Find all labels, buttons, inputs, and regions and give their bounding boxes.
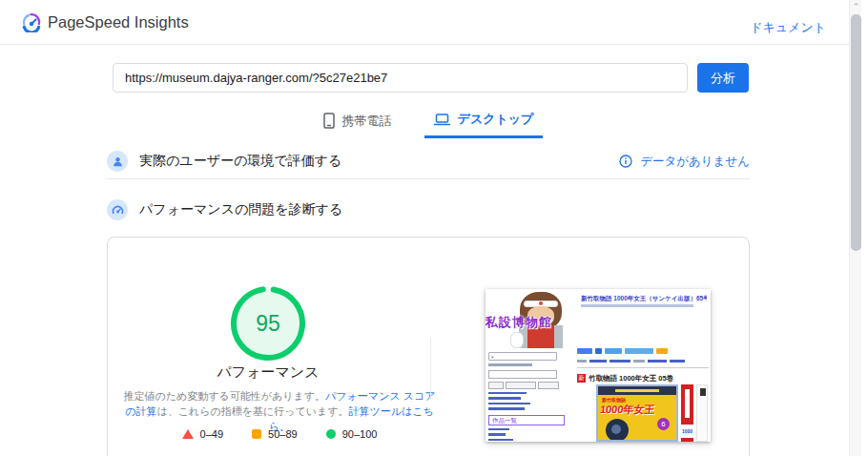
page-title: PageSpeed Insights xyxy=(48,13,189,31)
diagnose-section-header[interactable]: パフォーマンスの問題を診断する xyxy=(107,194,750,226)
note-text-1: 推定値のため変動する可能性があります。 xyxy=(124,390,326,402)
tag-links-mock xyxy=(577,360,709,363)
cover-main-title: 1000年女王 xyxy=(599,403,655,417)
link-placeholder-bar xyxy=(488,439,513,442)
users-icon xyxy=(107,151,128,172)
page-screenshot-thumbnail: 私設博物館 新竹取物語 1000年女王（サンケイ出版）65号 ▾ 作品一覧 xyxy=(486,289,711,442)
cover-edge xyxy=(696,384,708,442)
legend-fail-range: 0–49 xyxy=(200,428,223,440)
spine-number: 1000 xyxy=(681,425,693,438)
scrollbar-up-arrow[interactable]: ⌃ xyxy=(852,3,860,11)
legend-average-range: 50–89 xyxy=(268,428,298,440)
thumb-sidebar: ▾ 作品一覧 xyxy=(488,352,572,442)
manga-cover-image: 新竹取物語 1000年女王 6 1000 xyxy=(596,384,709,442)
tab-desktop[interactable]: デスクトップ xyxy=(424,107,544,138)
score-legend: 0–49 50–89 90–100 xyxy=(122,428,437,440)
cover-spine: 1000 xyxy=(681,384,693,442)
url-input[interactable] xyxy=(113,63,688,93)
no-data-label: データがありません xyxy=(640,154,750,170)
works-list-box: 作品一覧 xyxy=(488,415,565,425)
scrollbar-track[interactable]: ⌃ xyxy=(849,0,861,456)
legend-pass-range: 90–100 xyxy=(342,428,378,440)
cover-volume-number: 6 xyxy=(657,418,670,430)
link-placeholder-bar xyxy=(488,403,530,405)
note-text-2: は、これらの指標を基に行っています。 xyxy=(156,405,348,417)
vertical-divider xyxy=(430,337,431,400)
no-data-status[interactable]: データがありません xyxy=(619,154,750,170)
documentation-link[interactable]: ドキュメント xyxy=(750,19,826,36)
section-divider xyxy=(107,178,750,179)
field-data-section-header[interactable]: 実際のユーザーの環境で評価する データがありません xyxy=(107,145,750,177)
search-box-mock xyxy=(488,370,557,379)
orange-square-icon xyxy=(252,429,261,439)
legend-pass: 90–100 xyxy=(326,428,378,440)
report-card: 95 パフォーマンス 推定値のため変動する可能性があります。パフォーマンス スコ… xyxy=(107,237,750,456)
article-heading: 新 竹取物語 1000年女王 05巻 xyxy=(577,374,709,383)
new-badge: 新 xyxy=(577,374,586,383)
performance-note: 推定値のため変動する可能性があります。パフォーマンス スコアの計算は、これらの指… xyxy=(122,388,437,434)
performance-label: パフォーマンス xyxy=(108,363,428,382)
link-placeholder-bar xyxy=(488,392,527,395)
app-header: PageSpeed Insights ドキュメント xyxy=(0,0,855,45)
link-placeholder-bar xyxy=(488,428,509,431)
tab-mobile[interactable]: 携帯電話 xyxy=(314,107,402,138)
share-buttons-mock xyxy=(577,348,709,354)
link-placeholder-bar xyxy=(488,433,506,436)
tab-desktop-label: デスクトップ xyxy=(458,111,534,128)
link-placeholder-bar xyxy=(488,407,525,410)
diagnose-section-title: パフォーマンスの問題を診断する xyxy=(139,201,342,218)
device-tabs: 携帯電話 デスクトップ xyxy=(107,107,750,138)
performance-score: 95 xyxy=(230,285,306,362)
text-placeholder-bar xyxy=(488,363,532,366)
thumb-divider xyxy=(577,367,709,368)
scrollbar-thumb[interactable] xyxy=(851,14,861,251)
analyze-button[interactable]: 分析 xyxy=(697,63,749,93)
text-placeholder-bar xyxy=(581,304,693,307)
article-heading-text: 竹取物語 1000年女王 05巻 xyxy=(589,374,673,383)
legend-average: 50–89 xyxy=(252,428,298,440)
info-icon xyxy=(619,155,632,168)
field-data-section-title: 実際のユーザーの環境で評価する xyxy=(139,153,341,170)
link-placeholder-bar xyxy=(488,397,521,400)
laptop-icon xyxy=(434,114,450,126)
pagespeed-insights-page: { "header": { "app_title": "PageSpeed In… xyxy=(0,0,868,456)
red-triangle-icon xyxy=(182,429,194,439)
thumb-main-content: 新 竹取物語 1000年女王 05巻 xyxy=(577,348,709,383)
language-select-mock: ▾ xyxy=(488,352,557,361)
site-name: 私設博物館 xyxy=(486,314,581,331)
gauge-icon xyxy=(107,199,128,220)
thumb-page-title: 新竹取物語 1000年女王（サンケイ出版）65号 xyxy=(581,295,707,303)
pagespeed-logo-icon xyxy=(21,11,42,32)
button-row-mock xyxy=(488,382,572,389)
legend-fail: 0–49 xyxy=(182,428,223,440)
performance-gauge[interactable]: 95 xyxy=(230,285,306,362)
phone-icon xyxy=(323,113,335,129)
tab-mobile-label: 携帯電話 xyxy=(342,113,392,130)
green-circle-icon xyxy=(326,429,336,439)
cover-front: 新竹取物語 1000年女王 6 xyxy=(596,384,678,442)
